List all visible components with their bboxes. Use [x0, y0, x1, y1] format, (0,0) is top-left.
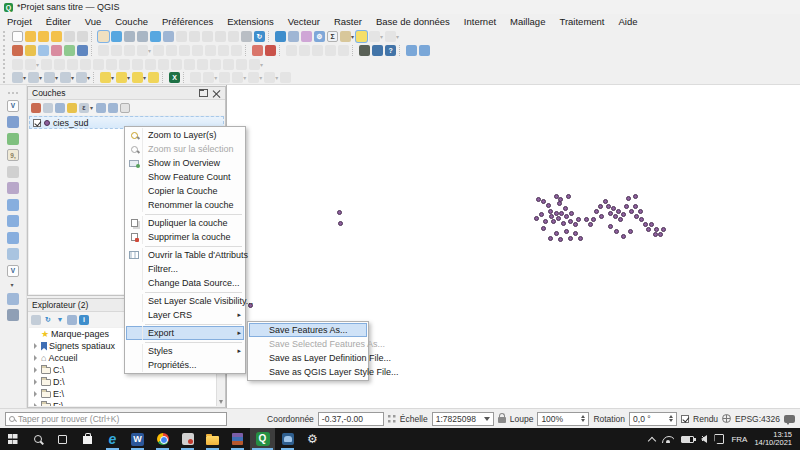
add-spatialite-layer-icon[interactable]: [7, 199, 19, 211]
add-point-cloud-layer-icon[interactable]: [7, 182, 19, 194]
ellipse-center-2-points-icon[interactable]: [119, 59, 130, 70]
expand-chevron-icon[interactable]: [31, 379, 39, 385]
save-project-as-icon[interactable]: [51, 31, 62, 42]
taskbar-start-icon[interactable]: [0, 428, 25, 450]
save-project-icon[interactable]: [38, 31, 49, 42]
taskbar-file-explorer-icon[interactable]: [200, 428, 225, 450]
add-vector-layer-icon[interactable]: V: [7, 100, 19, 112]
circular-string-by-radius-icon[interactable]: [54, 59, 65, 70]
float-panel-icon[interactable]: [199, 89, 208, 97]
add-group-icon[interactable]: [43, 103, 53, 113]
temporal-controller-icon[interactable]: [241, 31, 252, 42]
batch-processing-dropdown-icon[interactable]: ▾: [259, 74, 262, 81]
messages-icon[interactable]: [784, 415, 795, 423]
new-shapefile-layer-icon[interactable]: [38, 45, 49, 56]
expand-chevron-icon[interactable]: [31, 355, 39, 361]
processing-options-icon[interactable]: [280, 72, 291, 83]
ellipse-center-point-icon[interactable]: [132, 59, 143, 70]
model-designer-dropdown-icon[interactable]: ▾: [214, 74, 217, 81]
new-virtual-layer-icon[interactable]: [77, 45, 88, 56]
add-delimited-text-layer-icon[interactable]: 9,: [7, 149, 19, 161]
rectangle-extent-icon[interactable]: [171, 59, 182, 70]
coordinate-input[interactable]: -0.37,-0.00: [318, 412, 384, 426]
filter-legend-icon[interactable]: [67, 103, 77, 113]
select-features-dropdown-icon[interactable]: ▾: [23, 74, 26, 81]
circle-2-points-icon[interactable]: [67, 59, 78, 70]
select-by-polygon-icon[interactable]: [28, 72, 39, 83]
paste-features-icon[interactable]: [205, 45, 216, 56]
ellipse-extent-icon[interactable]: [145, 59, 156, 70]
results-viewer-icon[interactable]: [264, 72, 275, 83]
zoom-to-selection-icon[interactable]: [176, 31, 187, 42]
edit-in-place-icon[interactable]: [232, 72, 243, 83]
layout-manager-icon[interactable]: [77, 31, 88, 42]
feature-actions-icon[interactable]: [148, 72, 159, 83]
circle-center-radius-icon[interactable]: [106, 59, 117, 70]
text-annotation-icon[interactable]: [385, 31, 396, 42]
volume-muted-icon[interactable]: [701, 435, 707, 443]
menu-item-copier-la-couche[interactable]: Copier la Couche: [126, 184, 244, 198]
open-attribute-table-icon[interactable]: [288, 31, 299, 42]
browser-item-d[interactable]: D:\: [29, 376, 224, 388]
zoom-last-icon[interactable]: [202, 31, 213, 42]
menu-preferences[interactable]: Préférences: [155, 14, 220, 29]
taskbar-winrar-icon[interactable]: [225, 428, 250, 450]
deselect-all-dropdown-icon[interactable]: ▾: [71, 74, 74, 81]
delete-selected-icon[interactable]: [166, 45, 177, 56]
menu-item-renommer-la-couche[interactable]: Renommer la couche: [126, 198, 244, 212]
field-calculator-icon[interactable]: [301, 31, 312, 42]
add-oracle-layer-icon[interactable]: [7, 232, 19, 244]
layer-labeling-icon[interactable]: [286, 45, 297, 56]
delete-selected-features-icon[interactable]: [132, 72, 143, 83]
menu-editer[interactable]: Éditer: [39, 14, 78, 29]
deselect-all-icon[interactable]: [60, 72, 71, 83]
spinner-arrows-icon[interactable]: [581, 415, 585, 422]
zoom-native-icon[interactable]: [163, 31, 174, 42]
taskbar-chrome-icon[interactable]: [150, 428, 175, 450]
menu-item-ouvrir-la-table-dattributs[interactable]: Ouvrir la Table d'Attributs: [126, 248, 244, 262]
zoom-full-icon[interactable]: [150, 31, 161, 42]
menu-vecteur[interactable]: Vecteur: [281, 14, 327, 29]
taskbar-gis-tool-icon[interactable]: [175, 428, 200, 450]
tray-expand-icon[interactable]: [648, 436, 656, 444]
options-icon[interactable]: ⚙: [314, 31, 325, 42]
crs-status-icon[interactable]: [722, 414, 731, 423]
toggle-editing-icon[interactable]: [98, 45, 109, 56]
map-tips-icon[interactable]: [356, 31, 367, 42]
select-by-form-icon[interactable]: [100, 72, 111, 83]
taskbar-store-icon[interactable]: [75, 428, 100, 450]
lock-scale-icon[interactable]: [498, 417, 506, 423]
layer-diagram-icon[interactable]: [299, 45, 310, 56]
data-source-manager-icon[interactable]: [12, 45, 23, 56]
filter-by-expression-icon[interactable]: ε: [79, 103, 89, 113]
add-vector-tile-layer-dropdown-icon[interactable]: ▾: [10, 281, 13, 288]
menu-internet[interactable]: Internet: [457, 14, 503, 29]
new-annotation-dropdown-icon[interactable]: ▾: [380, 33, 383, 40]
pin-labels-icon[interactable]: [406, 45, 417, 56]
menu-aide[interactable]: Aide: [612, 14, 645, 29]
battery-icon[interactable]: [681, 436, 694, 443]
toolbar-handle[interactable]: [8, 92, 18, 94]
select-by-polygon-dropdown-icon[interactable]: ▾: [39, 74, 42, 81]
taskbar-pgadmin-icon[interactable]: [275, 428, 300, 450]
redo-icon[interactable]: [231, 45, 242, 56]
batch-processing-icon[interactable]: [248, 72, 259, 83]
menu-item-proprietes[interactable]: Propriétés...: [126, 358, 244, 372]
layer-visibility-checkbox[interactable]: [33, 119, 41, 127]
rectangle-3-points-icon[interactable]: [197, 59, 208, 70]
undo-icon[interactable]: [218, 45, 229, 56]
menu-traitement[interactable]: Traitement: [552, 14, 611, 29]
add-raster-layer-icon[interactable]: [7, 116, 19, 128]
digitize-with-curve-icon[interactable]: [12, 59, 23, 70]
close-panel-icon[interactable]: [212, 89, 221, 98]
circular-string-icon[interactable]: [41, 59, 52, 70]
menu-item-dupliquer-la-couche[interactable]: Dupliquer la couche: [126, 216, 244, 230]
submenu-item-save-as-qgis-layer-style-file[interactable]: Save as QGIS Layer Style File...: [249, 365, 367, 379]
new-geopackage-layer-icon[interactable]: [64, 45, 75, 56]
filter-by-expression-dropdown-icon[interactable]: ▾: [90, 104, 93, 111]
new-spatialite-layer-icon[interactable]: [51, 45, 62, 56]
taskbar-task-view-icon[interactable]: [50, 428, 75, 450]
save-layer-edits-icon[interactable]: [111, 45, 122, 56]
menu-item-supprimer-la-couche[interactable]: Supprimer la couche: [126, 230, 244, 244]
menu-item-show-in-overview[interactable]: Show in Overview: [126, 156, 244, 170]
